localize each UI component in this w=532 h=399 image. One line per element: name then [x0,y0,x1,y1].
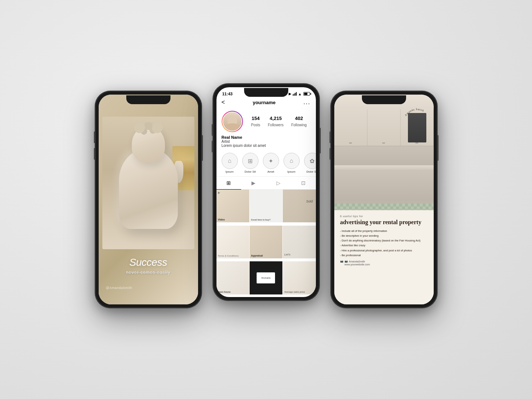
wifi-icon: ▲ [298,92,302,96]
highlight-icon-4: ⌂ [290,158,293,164]
footer-info: 📷 AmandaSmith www.yourwebsite.com [340,260,428,266]
status-time: 11:43 [222,92,233,96]
dark-item: Workable [250,261,282,294]
stat-posts[interactable]: 154 Posts [251,116,260,128]
highlight-circle-2: ⊞ [242,153,258,169]
highlight-circle-4: ⌂ [283,153,300,169]
highlight-4[interactable]: ⌂ Ipsum [283,153,300,173]
vol-down-button-2[interactable] [212,141,213,152]
vol-down-button[interactable] [94,148,95,160]
grid-item-3[interactable]: Sold [283,190,316,222]
grid-item-7[interactable]: Open house [216,261,249,294]
tab-tagged[interactable]: ⊡ [291,177,316,189]
grid-item-8[interactable]: Workable [250,261,282,294]
following-count: 402 [291,116,307,121]
highlight-icon-1: ⌂ [228,158,232,164]
tab-reels[interactable]: ▶ [241,177,266,189]
story-sub-text: never comes easily [99,270,198,275]
vol-up-button[interactable] [94,131,95,143]
bust-head [132,126,165,163]
kitchen-counter [334,165,434,170]
profile-avatar[interactable] [222,111,243,132]
tagged-icon: ⊡ [301,180,306,186]
tip-4: - Advertise like crazy [340,243,428,248]
tab-video[interactable]: ▷ [266,177,291,189]
avatar-inner [222,112,242,131]
highlight-5[interactable]: ✿ Dolor Sit [304,153,316,173]
followers-label: Followers [268,123,283,127]
highlight-1[interactable]: ⌂ Ipsum [222,153,238,173]
highlights-row: ⌂ Ipsum ⊞ Dolor Sit ✦ Amet [216,151,316,176]
stat-following[interactable]: 402 Following [291,116,307,128]
tip-2: - Be descriptive in your wording [340,233,428,238]
grid-item-2[interactable]: Good time to buy? [250,190,282,222]
status-bar: 11:43 ▶ ▲ [216,87,316,98]
grid-item-6[interactable]: Let's [283,226,316,258]
followers-count: 4,215 [268,116,283,121]
article-content: 6 useful tips for advertising your renta… [334,210,434,305]
phone-2-screen: 11:43 ▶ ▲ < yourname [216,87,316,297]
real-name: Real Name [222,135,311,140]
brand-arc-svg: Amanda Smith [404,100,430,118]
tab-grid[interactable]: ⊞ [216,177,242,189]
camera-icon: 📷 [345,260,348,263]
posts-grid: ▶ Video Good time to buy? Sold Terms & C… [216,190,316,297]
highlight-label-4: Ipsum [288,170,296,173]
vol-down-button-3[interactable] [330,148,331,160]
vol-up-button-2[interactable] [212,124,213,136]
bio-role: Artist [222,140,311,144]
workable-text: Workable [261,277,271,279]
footer-website: www.yourwebsite.com [340,263,428,266]
grid-item-4[interactable]: Terms & Conditions [216,226,249,258]
phone-1-screen: Success never comes easily @AmandaSmith [99,95,198,304]
highlight-label-5: Dolor Sit [306,170,316,173]
story-background: Success never comes easily @AmandaSmith [99,95,198,304]
grid-item-9[interactable]: Average sales price [283,261,316,294]
phone-3-screen: Amanda Smith 6 useful tips for advertisi… [334,95,434,304]
brand-arc-container: Amanda Smith [404,100,430,120]
ig-nav-bar: < yourname ... [216,98,316,108]
story-main-text: Success [99,257,198,268]
video-icon: ▷ [276,180,281,186]
grid-text-1: Video [218,218,225,221]
highlight-3[interactable]: ✦ Amet [263,153,279,173]
grid-item-1[interactable]: ▶ Video [216,190,249,222]
vol-up-button-3[interactable] [330,131,331,143]
article-subtitle: 6 useful tips for [340,215,428,218]
highlight-2[interactable]: ⊞ Dolor Sit [242,153,258,173]
more-options-button[interactable]: ... [303,99,310,106]
phones-container: Success never comes easily @AmandaSmith … [80,76,452,323]
grid-text-5: Appraisal [251,254,263,257]
footer-handle-text: AmandaSmith [349,260,365,263]
following-label: Following [291,123,307,127]
reels-icon: ▶ [251,180,256,186]
bust-sculpture [119,148,178,229]
posts-label: Posts [251,123,260,127]
instagram-screen: 11:43 ▶ ▲ < yourname [216,87,316,297]
profile-username-header: yourname [253,100,275,105]
story-username: @AmandaSmith [106,286,133,290]
signal-icon [293,92,297,96]
tip-3: - Don't do anything discriminatory (base… [340,238,428,243]
power-button-3[interactable] [437,142,438,161]
bio-section: Real Name Artist Lorem ipsum dolor sit a… [216,134,316,151]
brand-arc-text: Amanda Smith [404,108,424,117]
posts-count: 154 [251,116,260,121]
highlight-label-2: Dolor Sit [244,170,256,173]
grid-text-4: Terms & Conditions [218,255,239,257]
cabinet-unit-2 [367,109,401,146]
grid-item-5[interactable]: Appraisal [250,226,282,258]
power-button-2[interactable] [320,135,321,153]
power-button[interactable] [202,142,203,161]
sold-text: Sold [306,199,313,213]
lets-text: Let's [284,253,314,256]
battery-icon [303,92,310,96]
phone-2: 11:43 ▶ ▲ < yourname [213,84,320,301]
bust-curls [134,122,163,141]
back-button[interactable]: < [222,99,225,106]
footer-handle: 📷 AmandaSmith [340,260,428,263]
highlight-label-1: Ipsum [226,170,234,173]
content-tabs: ⊞ ▶ ▷ ⊡ [216,176,316,190]
stat-followers[interactable]: 4,215 Followers [268,116,283,128]
highlight-circle-1: ⌂ [222,153,238,169]
